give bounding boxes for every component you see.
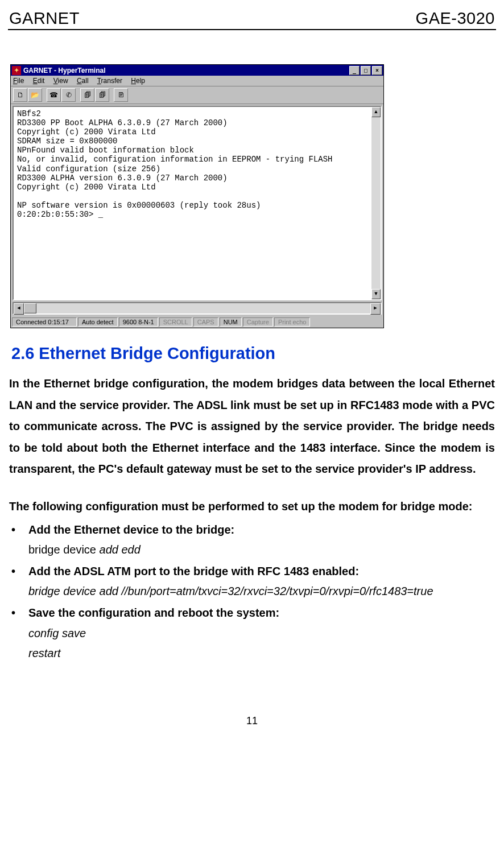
paragraph-1: In the Ethernet bridge configuration, th… [9,373,495,480]
bullet-head: Add the ADSL ATM port to the bridge with… [28,565,359,577]
scroll-up-icon[interactable]: ▲ [371,107,381,117]
list-item: • Add the Ethernet device to the bridge:… [9,520,495,560]
menu-view[interactable]: View [53,77,68,85]
header-left: GARNET [9,9,80,28]
open-icon[interactable]: 📂 [28,88,42,102]
status-num: NUM [220,317,242,327]
horizontal-scrollbar[interactable]: ◄ ► [13,302,382,315]
bullet-head: Add the Ethernet device to the bridge: [28,523,234,536]
scroll-left-icon[interactable]: ◄ [14,303,24,315]
command-text: bridge device add //bun/port=atm/txvci=3… [28,585,433,597]
status-scroll: SCROLL [159,317,192,327]
close-button[interactable]: × [372,66,382,75]
menu-transfer[interactable]: Transfer [97,77,122,85]
menubar: File Edit View Call Transfer Help [11,76,383,86]
command-text: bridge device [28,543,100,556]
terminal-output[interactable]: NBfs2 RD3300 PP Boot ALPHA 6.3.0.9 (27 M… [14,107,371,299]
status-caps: CAPS [193,317,218,327]
header-right: GAE-3020 [416,9,495,28]
send-icon[interactable]: 🗐 [80,88,94,102]
maximize-button[interactable]: □ [361,66,371,75]
bullet-dot: • [11,603,15,623]
command-text: restart [28,647,61,659]
status-connected: Connected 0:15:17 [12,317,77,327]
disconnect-icon[interactable]: ✆ [61,88,76,102]
status-detect: Auto detect [78,317,118,327]
scroll-track[interactable] [371,117,381,289]
bullet-list: • Add the Ethernet device to the bridge:… [8,520,496,664]
properties-icon[interactable]: 🖹 [114,88,128,102]
window-title: GARNET - HyperTerminal [23,67,348,75]
status-capture: Capture [243,317,273,327]
connect-icon[interactable]: ☎ [47,88,61,102]
paragraph-2: The following configuration must be perf… [9,496,495,518]
header-rule [8,29,496,30]
bullet-head: Save the configuration and reboot the sy… [28,606,279,619]
command-text: config save [28,627,86,639]
titlebar[interactable]: ✦ GARNET - HyperTerminal _ □ × [11,65,383,76]
app-icon: ✦ [12,66,21,75]
bullet-dot: • [11,520,15,540]
menu-call[interactable]: Call [77,77,89,85]
minimize-button[interactable]: _ [349,66,360,75]
list-item: • Add the ADSL ATM port to the bridge wi… [9,561,495,602]
scroll-track-h[interactable] [36,303,370,313]
list-item: • Save the configuration and reboot the … [9,603,495,664]
statusbar: Connected 0:15:17 Auto detect 9600 8-N-1… [11,316,383,328]
menu-edit[interactable]: Edit [33,77,45,85]
toolbar: 🗋 📂 ☎ ✆ 🗐 🗐 🖹 [11,86,383,104]
menu-file[interactable]: File [13,77,24,85]
vertical-scrollbar[interactable]: ▲ ▼ [371,107,381,299]
scroll-down-icon[interactable]: ▼ [371,289,381,299]
hyperterminal-window: ✦ GARNET - HyperTerminal _ □ × File Edit… [10,64,384,328]
menu-help[interactable]: Help [131,77,145,85]
page-number: 11 [8,715,496,734]
scroll-thumb[interactable] [24,303,36,313]
receive-icon[interactable]: 🗐 [95,88,109,102]
new-doc-icon[interactable]: 🗋 [13,88,27,102]
command-text-italic: add edd [100,543,141,556]
scroll-right-icon[interactable]: ► [370,303,381,315]
status-baud: 9600 8-N-1 [119,317,158,327]
status-printecho: Print echo [274,317,311,327]
section-heading: 2.6 Ethernet Bridge Configuration [11,344,496,363]
bullet-dot: • [11,561,15,582]
